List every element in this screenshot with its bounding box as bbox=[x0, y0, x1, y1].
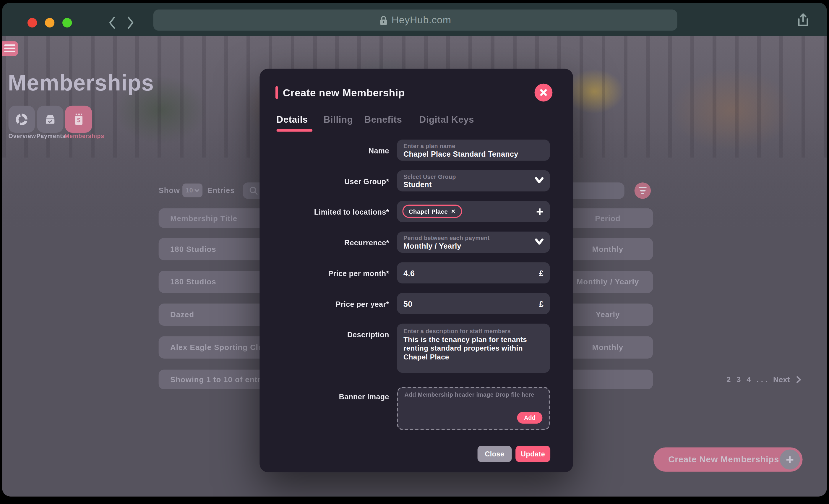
chevron-down-icon bbox=[535, 177, 543, 183]
close-window-button[interactable] bbox=[28, 18, 37, 28]
banner-dropzone[interactable]: Add Membership header image Drop file he… bbox=[397, 387, 550, 430]
location-chip-label: Chapel Place bbox=[409, 208, 448, 214]
nav-overview-button[interactable] bbox=[8, 106, 35, 133]
close-icon bbox=[540, 89, 547, 96]
recurrence-select[interactable]: Period between each payment Monthly / Ye… bbox=[397, 232, 550, 253]
pagination-ellipsis: . . . bbox=[757, 375, 767, 384]
entries-label: Entries bbox=[207, 186, 235, 195]
tab-digital-keys[interactable]: Digital Keys bbox=[419, 114, 474, 125]
description-placeholder: Enter a description for staff members bbox=[403, 328, 543, 334]
row-title: Alex Eagle Sporting Club bbox=[170, 343, 268, 352]
banner-add-button[interactable]: Add bbox=[517, 412, 543, 424]
locations-field[interactable]: Chapel Place ✕ + bbox=[397, 201, 550, 222]
page-3-link[interactable]: 3 bbox=[736, 375, 741, 384]
payments-inbox-icon bbox=[44, 113, 57, 125]
nav-payments-label: Payments bbox=[36, 133, 66, 139]
price-month-input[interactable]: 4.6 £ bbox=[397, 262, 550, 284]
recurrence-placeholder: Period between each payment bbox=[403, 235, 543, 241]
chevron-down-icon bbox=[535, 239, 543, 245]
forward-icon bbox=[126, 15, 135, 30]
price-month-value: 4.6 bbox=[403, 268, 414, 277]
row-period: Monthly / Yearly bbox=[563, 278, 653, 286]
search-icon bbox=[249, 186, 258, 195]
user-group-placeholder: Select User Group bbox=[403, 174, 543, 180]
donut-chart-icon bbox=[15, 113, 28, 125]
user-group-select[interactable]: Select User Group Student bbox=[397, 170, 550, 191]
row-period: Monthly bbox=[563, 245, 653, 253]
price-year-label: Price per year* bbox=[270, 300, 389, 308]
share-icon bbox=[796, 12, 810, 28]
modal-close-button[interactable] bbox=[535, 84, 553, 102]
chevron-down-icon bbox=[194, 189, 199, 192]
tab-billing[interactable]: Billing bbox=[324, 114, 353, 125]
add-location-button[interactable]: + bbox=[536, 205, 543, 218]
menu-icon bbox=[4, 44, 15, 46]
price-month-currency: £ bbox=[539, 268, 543, 277]
row-title: 180 Studios bbox=[170, 278, 216, 286]
forward-button[interactable] bbox=[126, 15, 135, 30]
create-new-memberships-label: Create New Memberships bbox=[668, 455, 779, 465]
back-icon bbox=[107, 15, 117, 30]
description-value: This is the tenancy plan for tenants ren… bbox=[403, 336, 537, 362]
nav-memberships-label: Memberships bbox=[64, 133, 104, 139]
maximize-window-button[interactable] bbox=[62, 18, 72, 28]
modal-update-button[interactable]: Update bbox=[515, 446, 550, 462]
memberships-receipt-icon: $ bbox=[73, 112, 84, 126]
entries-summary: Showing 1 to 10 of entries bbox=[170, 375, 272, 384]
name-placeholder: Enter a plan name bbox=[403, 143, 543, 149]
url-text: HeyHub.com bbox=[392, 14, 451, 26]
page-4-link[interactable]: 4 bbox=[747, 375, 751, 384]
description-label: Description bbox=[270, 330, 389, 339]
filter-button[interactable] bbox=[635, 182, 651, 199]
modal-close-footer-button[interactable]: Close bbox=[477, 446, 512, 462]
page-2-link[interactable]: 2 bbox=[726, 375, 730, 384]
recurrence-value: Monthly / Yearly bbox=[403, 242, 543, 250]
back-button[interactable] bbox=[107, 15, 117, 30]
price-year-value: 50 bbox=[403, 299, 412, 308]
plus-icon: + bbox=[780, 449, 800, 470]
price-year-currency: £ bbox=[539, 299, 543, 308]
nav-memberships-button[interactable]: $ bbox=[65, 106, 92, 133]
page-title: Memberships bbox=[8, 70, 154, 96]
next-page-link[interactable]: Next bbox=[773, 375, 790, 384]
pagination: 2 3 4 . . . Next bbox=[726, 375, 801, 384]
column-header-title: Membership Title bbox=[170, 214, 237, 223]
name-value: Chapel Place Standard Tenancy bbox=[403, 150, 543, 158]
chip-remove-icon[interactable]: ✕ bbox=[451, 208, 456, 214]
create-new-memberships-button[interactable]: Create New Memberships + bbox=[653, 447, 802, 471]
tab-details[interactable]: Details bbox=[277, 114, 308, 125]
lock-icon bbox=[380, 15, 388, 25]
next-chevron-icon bbox=[796, 376, 801, 383]
row-period: Monthly bbox=[563, 343, 653, 352]
row-title: Dazed bbox=[170, 311, 194, 319]
minimize-window-button[interactable] bbox=[45, 18, 55, 28]
create-membership-modal: Create new Membership Details Billing Be… bbox=[259, 69, 573, 472]
show-label: Show bbox=[159, 186, 180, 195]
user-group-value: Student bbox=[403, 180, 543, 189]
page-size-value: 10 bbox=[186, 186, 193, 194]
price-year-input[interactable]: 50 £ bbox=[397, 293, 550, 314]
locations-label: Limited to locations* bbox=[270, 208, 389, 216]
row-period: Yearly bbox=[563, 311, 653, 319]
filter-icon bbox=[639, 187, 647, 188]
tab-benefits[interactable]: Benefits bbox=[364, 114, 402, 125]
location-chip[interactable]: Chapel Place ✕ bbox=[402, 205, 462, 218]
screen: HeyHub.com Memberships bbox=[0, 0, 829, 504]
browser-topbar: HeyHub.com bbox=[2, 3, 827, 36]
address-bar[interactable]: HeyHub.com bbox=[153, 9, 677, 31]
nav-payments-button[interactable] bbox=[37, 106, 63, 133]
description-textarea[interactable]: Enter a description for staff members Th… bbox=[397, 324, 550, 373]
row-title: 180 Studios bbox=[170, 245, 216, 253]
user-group-label: User Group* bbox=[270, 177, 389, 186]
page-size-select[interactable]: 10 bbox=[182, 184, 203, 197]
share-button[interactable] bbox=[796, 12, 810, 30]
name-label: Name bbox=[270, 147, 389, 155]
price-month-label: Price per month* bbox=[270, 269, 389, 278]
name-input[interactable]: Enter a plan name Chapel Place Standard … bbox=[397, 140, 550, 161]
banner-placeholder: Add Membership header image Drop file he… bbox=[405, 391, 543, 398]
banner-label: Banner Image bbox=[270, 392, 389, 401]
active-tab-underline bbox=[277, 129, 313, 131]
browser-window: HeyHub.com Memberships bbox=[2, 3, 827, 497]
modal-title-accent bbox=[276, 86, 278, 99]
menu-button[interactable] bbox=[2, 41, 18, 56]
